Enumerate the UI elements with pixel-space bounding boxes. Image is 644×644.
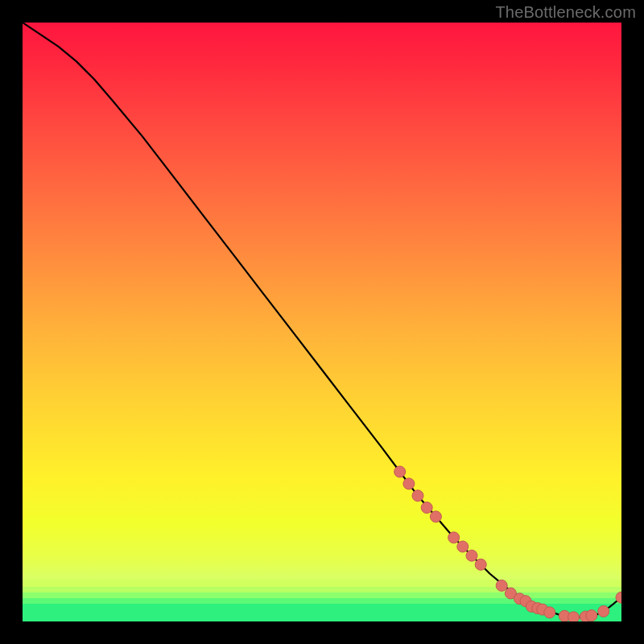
curve-marker (403, 478, 415, 489)
curve-marker (496, 580, 507, 591)
chart-stage: TheBottleneck.com (0, 0, 644, 644)
curve-marker (412, 490, 423, 502)
curve-marker (466, 550, 477, 561)
curve-marker (568, 612, 580, 621)
curve-marker (475, 559, 486, 570)
curve-marker (457, 541, 469, 552)
curve-marker (430, 511, 441, 522)
curve-marker (448, 532, 460, 543)
curve-marker (421, 502, 432, 514)
curve-marker (544, 607, 555, 618)
bottleneck-curve (23, 23, 621, 617)
curve-marker (586, 610, 597, 621)
curve-markers (394, 466, 621, 621)
curve-layer (23, 23, 621, 621)
plot-area (23, 23, 621, 621)
curve-marker (598, 605, 609, 617)
watermark-text: TheBottleneck.com (495, 3, 636, 22)
curve-marker (394, 466, 406, 477)
